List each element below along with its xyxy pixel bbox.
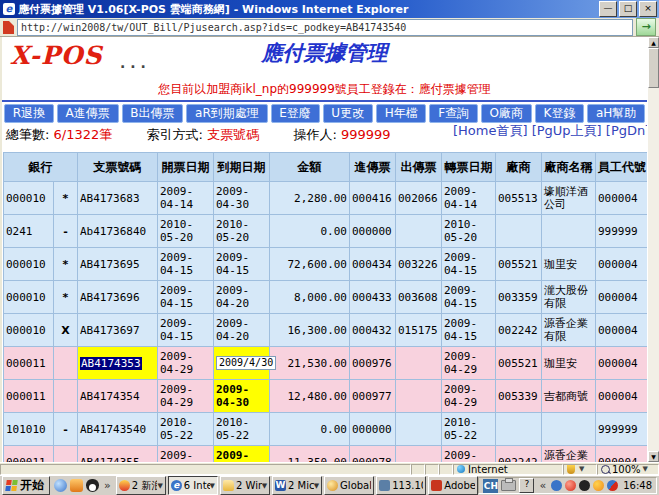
taskbar-button[interactable]: W2 Micr...▼ (272, 476, 322, 495)
taskbar-button[interactable]: Global... (324, 476, 374, 495)
status-flag[interactable]: - (54, 413, 78, 446)
check-number[interactable]: AB4173696 (78, 281, 158, 314)
printer-icon[interactable] (501, 480, 516, 491)
toolbar-button[interactable]: U更改 (323, 104, 373, 123)
bank-code[interactable]: 000011 (4, 380, 54, 413)
table-row[interactable]: 000011AB41743542009-04-292009-04-3012,48… (4, 380, 648, 413)
status-flag[interactable]: * (54, 182, 78, 215)
vendor-code[interactable]: 002242 (496, 446, 542, 463)
bank-code[interactable]: 000010 (4, 182, 54, 215)
vendor-code[interactable]: 003359 (496, 281, 542, 314)
table-row[interactable]: 000010*AB41736952009-04-152009-04-1572,6… (4, 248, 648, 281)
help-tray-button[interactable]: ? (519, 478, 534, 493)
employee-code[interactable]: 000004 (596, 281, 648, 314)
qq-icon[interactable] (86, 479, 99, 492)
in-voucher[interactable]: 000416 (350, 182, 396, 215)
table-row[interactable]: 000010*AB41736962009-04-152009-04-208,00… (4, 281, 648, 314)
due-date[interactable]: 2009/4/30 (214, 347, 270, 380)
scrollbar-thumb[interactable] (648, 48, 659, 88)
check-number[interactable]: AB4173695 (78, 248, 158, 281)
taskbar-button[interactable]: 113.10... (376, 476, 426, 495)
due-date[interactable]: 2009-04-20 (214, 281, 270, 314)
transfer-date[interactable]: 2010-05-22 (442, 413, 496, 446)
due-date[interactable]: 2009-04-30 (214, 380, 270, 413)
transfer-date[interactable]: 2009-04-15 (442, 281, 496, 314)
check-number[interactable]: AB4173683 (78, 182, 158, 215)
vendor-name[interactable]: 珈里安 (542, 347, 596, 380)
amount[interactable]: 0.00 (270, 215, 350, 248)
out-voucher[interactable] (396, 215, 442, 248)
bank-code[interactable]: 000011 (4, 347, 54, 380)
in-voucher[interactable]: 000434 (350, 248, 396, 281)
vendor-code[interactable]: 005521 (496, 248, 542, 281)
transfer-date[interactable]: 2009-04-15 (442, 248, 496, 281)
bank-code[interactable]: 000010 (4, 281, 54, 314)
employee-code[interactable]: 000004 (596, 314, 648, 347)
employee-code[interactable]: 000004 (596, 380, 648, 413)
vendor-name[interactable] (542, 215, 596, 248)
due-date[interactable]: 2010-05-20 (214, 215, 270, 248)
close-button[interactable]: × (639, 1, 657, 17)
check-number[interactable]: AB4174355 (78, 446, 158, 463)
status-flag[interactable] (54, 347, 78, 380)
amount[interactable]: 11,350.00 (270, 446, 350, 463)
nav-link[interactable]: [PgDn下頁] (606, 123, 647, 138)
table-row[interactable]: 000011AB41743552009-04-292009-04-3011,35… (4, 446, 648, 463)
status-flag[interactable]: * (54, 281, 78, 314)
vendor-name[interactable]: 源香企業有限 (542, 314, 596, 347)
transfer-date[interactable]: 2009-04-29 (442, 347, 496, 380)
scroll-up-arrow[interactable]: ▲ (648, 37, 659, 48)
taskbar-button[interactable]: e6 Inte...▼ (168, 476, 218, 495)
transfer-date[interactable]: 2009-04-14 (442, 182, 496, 215)
out-voucher[interactable]: 003608 (396, 281, 442, 314)
amount[interactable]: 12,480.00 (270, 380, 350, 413)
amount[interactable]: 21,530.00 (270, 347, 350, 380)
bank-code[interactable]: 000011 (4, 446, 54, 463)
transfer-date[interactable]: 2009-04-15 (442, 314, 496, 347)
taskbar-button[interactable]: 2 Wind...▼ (220, 476, 270, 495)
issue-date[interactable]: 2009-04-29 (158, 380, 214, 413)
employee-code[interactable]: 000004 (596, 347, 648, 380)
toolbar-button[interactable]: R退換 (4, 104, 54, 123)
amount[interactable]: 72,600.00 (270, 248, 350, 281)
zoom-control[interactable]: 100% ▼ (597, 464, 659, 475)
toolbar-button[interactable]: F查詢 (429, 104, 477, 123)
tray-icon-3[interactable] (579, 480, 590, 491)
out-voucher[interactable] (396, 380, 442, 413)
toolbar-button[interactable]: A進傳票 (57, 104, 119, 123)
vendor-code[interactable]: 005339 (496, 380, 542, 413)
amount[interactable]: 0.00 (270, 413, 350, 446)
due-date[interactable]: 2009-04-30 (214, 446, 270, 463)
tray-collapse-icon[interactable]: « (539, 479, 546, 492)
status-flag[interactable]: * (54, 248, 78, 281)
transfer-date[interactable]: 2009-04-29 (442, 446, 496, 463)
out-voucher[interactable]: 003226 (396, 248, 442, 281)
in-voucher[interactable]: 000976 (350, 347, 396, 380)
due-date-input[interactable]: 2009/4/30 (216, 356, 276, 370)
issue-date[interactable]: 2009-04-29 (158, 446, 214, 463)
toolbar-button[interactable]: K登錄 (535, 104, 584, 123)
status-flag[interactable] (54, 380, 78, 413)
scroll-down-arrow[interactable]: ▼ (648, 451, 659, 462)
nav-link[interactable]: [PgUp上頁] (532, 123, 606, 138)
employee-code[interactable]: 000004 (596, 446, 648, 463)
bank-code[interactable]: 101010 (4, 413, 54, 446)
issue-date[interactable]: 2009-04-15 (158, 281, 214, 314)
toolbar-button[interactable]: aH幫助 (587, 104, 645, 123)
vertical-scrollbar[interactable]: ▲ ▼ (648, 37, 659, 462)
maximize-button[interactable]: □ (619, 1, 637, 17)
url-input[interactable]: http://win2008/tw/OUT_Bill/Pjusearch.asp… (17, 19, 633, 36)
taskbar-button[interactable]: Adobe ... (428, 476, 478, 495)
employee-code[interactable]: 000004 (596, 182, 648, 215)
tray-icon-1[interactable] (551, 480, 562, 491)
quick-launch-icon-2[interactable] (70, 479, 83, 492)
employee-code[interactable]: 999999 (596, 215, 648, 248)
table-row[interactable]: 000010*AB41736832009-04-142009-04-302,28… (4, 182, 648, 215)
issue-date[interactable]: 2009-04-15 (158, 248, 214, 281)
toolbar-button[interactable]: E登廢 (271, 104, 320, 123)
vendor-code[interactable]: 005513 (496, 182, 542, 215)
table-row[interactable]: 000010XAB41736972009-04-152009-04-2016,3… (4, 314, 648, 347)
language-indicator[interactable]: CH (483, 479, 498, 493)
in-voucher[interactable]: 000978 (350, 446, 396, 463)
check-number[interactable]: AB4174353 (78, 347, 158, 380)
